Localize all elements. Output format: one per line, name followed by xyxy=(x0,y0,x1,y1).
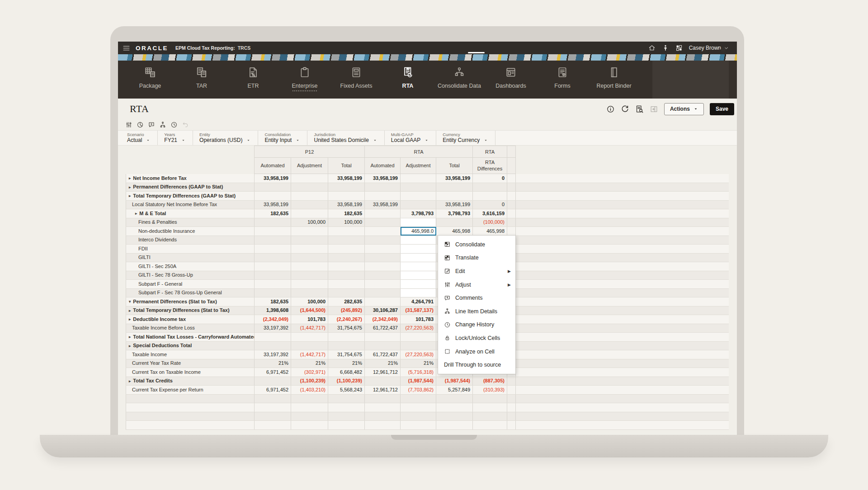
grid-cell[interactable]: (1,442,717) xyxy=(291,324,328,333)
grid-cell[interactable] xyxy=(365,333,401,342)
grid-cell[interactable] xyxy=(401,253,436,262)
row-header[interactable]: FDII xyxy=(126,245,255,254)
expand-toggle-collapsed-icon[interactable]: ▸ xyxy=(129,309,131,313)
hamburger-menu-icon[interactable] xyxy=(123,44,130,52)
grid-cell[interactable] xyxy=(401,341,436,350)
grid-cell[interactable]: (2,240,267) xyxy=(328,315,365,324)
grid-cell[interactable] xyxy=(255,412,291,421)
grid-cell[interactable]: (1,987,544) xyxy=(436,377,473,386)
grid-cell-trailing[interactable] xyxy=(516,341,729,350)
grid-cell-trailing[interactable] xyxy=(516,324,729,333)
grid-cell[interactable]: 0 xyxy=(473,200,507,209)
history-icon[interactable] xyxy=(170,121,178,128)
grid-cell[interactable]: 100,000 xyxy=(291,218,328,227)
grid-cell[interactable] xyxy=(291,209,328,218)
grid-cell[interactable]: (27,220,563) xyxy=(401,350,436,359)
grid-cell[interactable] xyxy=(401,271,436,280)
gear-icon[interactable] xyxy=(719,46,727,53)
grid-cell[interactable] xyxy=(473,421,507,430)
grid-cell[interactable] xyxy=(365,245,401,254)
grid-cell[interactable]: 182,635 xyxy=(255,297,291,306)
nav-item-report-binder[interactable]: Report Binder xyxy=(588,61,640,99)
grid-cell[interactable] xyxy=(401,333,436,342)
grid-cell[interactable] xyxy=(365,394,401,403)
grid-cell[interactable] xyxy=(328,280,365,289)
grid-cell[interactable] xyxy=(328,341,365,350)
grid-cell[interactable] xyxy=(291,403,328,412)
grid-cell[interactable] xyxy=(401,183,436,192)
grid-cell[interactable] xyxy=(255,341,291,350)
context-menu-item-edit[interactable]: Edit▶ xyxy=(438,264,515,278)
grid-cell[interactable] xyxy=(436,192,473,201)
grid-cell[interactable] xyxy=(401,412,436,421)
grid-cell[interactable] xyxy=(255,192,291,201)
grid-cell-gap[interactable] xyxy=(507,209,516,218)
row-header[interactable]: Fines & Penalties xyxy=(126,218,255,227)
grid-cell-gap[interactable] xyxy=(507,227,516,236)
grid-cell[interactable] xyxy=(401,236,436,245)
grid-cell[interactable] xyxy=(401,403,436,412)
row-header[interactable]: ▸Permanent Differences (GAAP to Stat) xyxy=(126,183,255,192)
row-header[interactable]: ▾Permanent Differences (Stat to Tax) xyxy=(126,297,255,306)
grid-cell[interactable]: (27,220,563) xyxy=(401,324,436,333)
pov-member-entity[interactable]: EntityOperations (USD) xyxy=(199,131,258,145)
grid-cell-trailing[interactable] xyxy=(516,280,729,289)
grid-cell[interactable] xyxy=(291,271,328,280)
grid-cell-gap[interactable] xyxy=(507,174,516,183)
grid-cell[interactable] xyxy=(255,218,291,227)
grid-cell[interactable]: (2,342,049) xyxy=(255,315,291,324)
grid-cell[interactable]: 465,998 xyxy=(473,227,507,236)
grid-cell[interactable]: 5,257,849 xyxy=(436,386,473,395)
context-menu-item-lock-unlock-cells[interactable]: Lock/Unlock Cells xyxy=(438,331,515,345)
grid-cell[interactable]: 4,264,791 xyxy=(401,297,436,306)
grid-cell-trailing[interactable] xyxy=(516,200,729,209)
row-header[interactable]: Taxable Income Before Loss xyxy=(126,324,255,333)
row-header[interactable]: Subpart F - General xyxy=(126,280,255,289)
grid-cell-trailing[interactable] xyxy=(516,368,729,377)
grid-cell[interactable] xyxy=(365,192,401,201)
grid-cell[interactable]: (100,000) xyxy=(473,218,507,227)
grid-cell-trailing[interactable] xyxy=(516,412,729,421)
apps-grid-icon[interactable] xyxy=(675,44,683,52)
grid-cell[interactable]: (887,305) xyxy=(473,377,507,386)
grid-cell-trailing[interactable] xyxy=(516,377,729,386)
adjust-sliders-icon[interactable] xyxy=(125,121,132,128)
grid-cell[interactable] xyxy=(436,412,473,421)
grid-cell-gap[interactable] xyxy=(507,421,516,430)
context-menu-item-change-history[interactable]: Change History xyxy=(438,318,515,332)
row-header[interactable]: Current Year Tax Rate xyxy=(126,359,255,368)
grid-cell[interactable] xyxy=(365,218,401,227)
grid-cell-trailing[interactable] xyxy=(516,403,729,412)
grid-cell[interactable] xyxy=(291,421,328,430)
nav-item-fixed-assets[interactable]: Fixed Assets xyxy=(330,61,382,99)
grid-cell[interactable] xyxy=(328,271,365,280)
grid-cell[interactable]: 6,971,452 xyxy=(255,386,291,395)
grid-cell[interactable] xyxy=(328,421,365,430)
grid-cell[interactable] xyxy=(328,236,365,245)
grid-cell[interactable]: (5,716,318) xyxy=(401,368,436,377)
grid-cell[interactable]: 282,635 xyxy=(328,297,365,306)
grid-cell-trailing[interactable] xyxy=(516,218,729,227)
context-menu-item-comments[interactable]: Comments xyxy=(438,291,515,305)
grid-cell-trailing[interactable] xyxy=(516,350,729,359)
context-menu-item-consolidate[interactable]: Consolidate xyxy=(438,238,515,251)
grid-cell[interactable]: 33,958,199 xyxy=(328,174,365,183)
grid-cell[interactable] xyxy=(291,227,328,236)
grid-cell[interactable]: 61,722,437 xyxy=(365,350,401,359)
grid-cell[interactable] xyxy=(328,183,365,192)
grid-cell[interactable]: 101,783 xyxy=(401,315,436,324)
grid-cell[interactable]: 33,958,199 xyxy=(255,200,291,209)
grid-cell[interactable]: (31,587,137) xyxy=(401,306,436,315)
grid-cell[interactable] xyxy=(365,421,401,430)
grid-cell[interactable] xyxy=(291,174,328,183)
expand-toggle-expanded-icon[interactable]: ▾ xyxy=(129,300,131,304)
grid-cell[interactable] xyxy=(291,192,328,201)
grid-cell[interactable] xyxy=(365,253,401,262)
grid-cell[interactable] xyxy=(365,412,401,421)
grid-cell[interactable] xyxy=(291,253,328,262)
grid-cell[interactable] xyxy=(401,394,436,403)
grid-cell[interactable] xyxy=(365,183,401,192)
grid-cell[interactable]: 5,568,243 xyxy=(328,386,365,395)
row-header[interactable]: Current Tax on Taxable Income xyxy=(126,368,255,377)
grid-cell[interactable] xyxy=(255,394,291,403)
